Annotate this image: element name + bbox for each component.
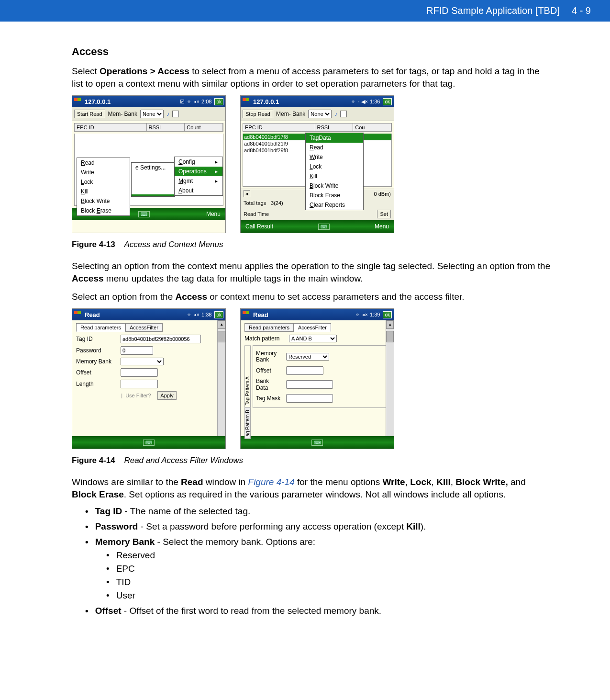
tag-id-label: Tag ID — [76, 336, 117, 342]
list-item: Reserved — [106, 550, 553, 561]
ok-button[interactable]: ok — [214, 311, 223, 318]
mem-bank-select[interactable]: None — [308, 110, 332, 118]
total-tags-value: 3(24) — [271, 200, 283, 206]
clock: 2:08 — [201, 99, 211, 104]
text: . Set options as required in the various… — [124, 489, 506, 499]
menu-item-read[interactable]: RReadead — [77, 158, 130, 168]
menu-item-block-write[interactable]: Block Write — [77, 196, 130, 206]
menu-item-block-erase[interactable]: Block Erase — [306, 191, 363, 200]
menu-softkey[interactable]: Menu — [206, 211, 221, 217]
tag-pattern-a-tab[interactable]: Tag Pattern A — [244, 345, 251, 407]
menu-item-operations[interactable]: Operations — [175, 167, 222, 176]
menu-item-read[interactable]: Read — [306, 143, 363, 152]
tabstrip: Read parameters AccessFilter — [244, 323, 390, 332]
text: window in — [203, 477, 248, 487]
tab-read-parameters[interactable]: Read parameters — [76, 323, 125, 332]
list-header: EPC ID RSSI Cou — [243, 123, 392, 132]
memory-bank-label: Memory Bank — [256, 350, 282, 363]
text: Select — [72, 66, 100, 76]
list-item: TID — [106, 577, 553, 587]
text: Kill — [406, 521, 421, 531]
bottom-bar: ⌨ — [72, 436, 225, 449]
menu-item-block-write[interactable]: Block Write — [306, 181, 363, 191]
set-button[interactable]: Set — [377, 210, 391, 218]
scroll-left[interactable]: ◂ — [244, 190, 250, 197]
menu-item-settings[interactable]: e Settings... — [132, 163, 175, 172]
menu-item-kill[interactable]: Kill — [306, 171, 363, 181]
note-icon: ♪ — [166, 111, 169, 117]
offset-input[interactable] — [286, 366, 323, 375]
menu-item-clear-reports[interactable]: Clear Reports — [306, 200, 363, 210]
figure-number: Figure 4-14 — [72, 456, 115, 465]
checkbox[interactable] — [172, 111, 179, 117]
menu-item-write[interactable]: Write — [306, 152, 363, 162]
figure-4-14: Read ᯤ ◀× 1:38 ok ▴ Read parameters Acce… — [72, 308, 553, 449]
length-input[interactable] — [121, 380, 158, 388]
match-pattern-select[interactable]: A AND B — [289, 335, 337, 342]
col-rssi: RSSI — [315, 124, 354, 131]
header-page-number: 4 - 9 — [572, 5, 591, 16]
tag-context-menu[interactable]: TagData Read Write Lock Kill Block Write… — [305, 133, 364, 210]
memory-bank-select[interactable] — [121, 358, 164, 365]
checkbox[interactable] — [340, 111, 347, 117]
bank-data-label: Bank Data — [256, 378, 282, 391]
password-input[interactable] — [121, 346, 153, 355]
menu-item-kill[interactable]: Kill — [77, 187, 130, 196]
tab-access-filter[interactable]: AccessFilter — [125, 323, 163, 332]
list-item: Password - Set a password before perform… — [85, 521, 553, 532]
keyboard-icon[interactable]: ⌨ — [138, 211, 150, 217]
header-title: RFID Sample Application [TBD] — [426, 5, 560, 16]
ok-button[interactable]: ok — [214, 98, 223, 105]
menu-item-block-erase[interactable]: Block Erase — [77, 206, 130, 215]
total-tags-label: Total tags — [244, 200, 266, 206]
apply-button[interactable]: Apply — [157, 391, 177, 400]
keyboard-icon[interactable]: ⌨ — [143, 440, 155, 446]
text: and — [508, 477, 526, 487]
tag-id-input[interactable] — [121, 335, 201, 343]
tag-pattern-b-tab[interactable]: ag Pattern B — [244, 407, 251, 439]
use-filter-label: Use Filter? — [125, 393, 151, 398]
opt-name: Offset — [95, 606, 122, 616]
start-read-button[interactable]: Start Read — [74, 110, 105, 118]
ok-button[interactable]: ok — [383, 311, 392, 318]
col-epc: EPC ID — [243, 124, 315, 131]
tab-read-parameters[interactable]: Read parameters — [244, 323, 294, 332]
clock: 1:36 — [370, 99, 380, 104]
stop-read-button[interactable]: Stop Read — [243, 110, 273, 118]
scrollbar[interactable]: ▴ — [386, 320, 394, 436]
menu-item-lock[interactable]: Lock — [77, 177, 130, 187]
tag-mask-input[interactable] — [286, 394, 333, 403]
settings-menu-fragment[interactable]: e Settings... — [131, 162, 175, 197]
menu-softkey[interactable]: Menu — [375, 223, 389, 230]
menu-item-lock[interactable]: Lock — [306, 162, 363, 171]
text: Access — [176, 292, 208, 302]
offset-input[interactable] — [121, 368, 158, 377]
figure-link[interactable]: Figure 4-14 — [248, 477, 295, 487]
scrollbar[interactable]: ▴ — [217, 320, 225, 436]
menu-item-mgmt[interactable]: Mgmt — [175, 176, 222, 186]
menu-item-config[interactable]: Config — [175, 157, 222, 167]
bank-data-input[interactable] — [286, 380, 333, 389]
keyboard-icon[interactable]: ⌨ — [311, 440, 323, 446]
call-result-softkey[interactable]: Call Result — [245, 223, 273, 230]
main-menu[interactable]: Config Operations Mgmt About — [174, 157, 223, 196]
list-item: Tag ID - The name of the selected tag. — [85, 506, 553, 517]
access-submenu[interactable]: RReadead Write Lock Kill Block Write Blo… — [77, 158, 130, 216]
text: Lock — [410, 477, 431, 487]
figure-4-13: 127.0.0.1 ☑ ᯤ ◀× 2:08 ok Start Read Mem-… — [72, 95, 553, 233]
clock: 1:38 — [201, 312, 211, 317]
screenshot-access-filter: Read ᯤ ◀× 1:39 ok ▴ Read parameters Acce… — [240, 308, 394, 449]
ok-button[interactable]: ok — [383, 98, 392, 105]
titlebar: Read ᯤ ◀× 1:38 ok — [72, 309, 225, 320]
list-item: EPC — [106, 564, 553, 574]
tab-access-filter[interactable]: AccessFilter — [294, 323, 331, 332]
mem-bank-label: Mem- Bank — [108, 111, 137, 117]
menu-item-tagdata[interactable]: TagData — [306, 133, 363, 143]
mem-bank-select[interactable]: None — [140, 110, 164, 118]
figure-4-14-caption: Figure 4-14 Read and Access Filter Windo… — [72, 456, 553, 465]
memory-bank-select[interactable]: Reserved — [286, 353, 329, 361]
text: , — [432, 477, 437, 487]
menu-item-write[interactable]: Write — [77, 168, 130, 177]
menu-item-about[interactable]: About — [175, 186, 222, 195]
keyboard-icon[interactable]: ⌨ — [318, 224, 330, 230]
